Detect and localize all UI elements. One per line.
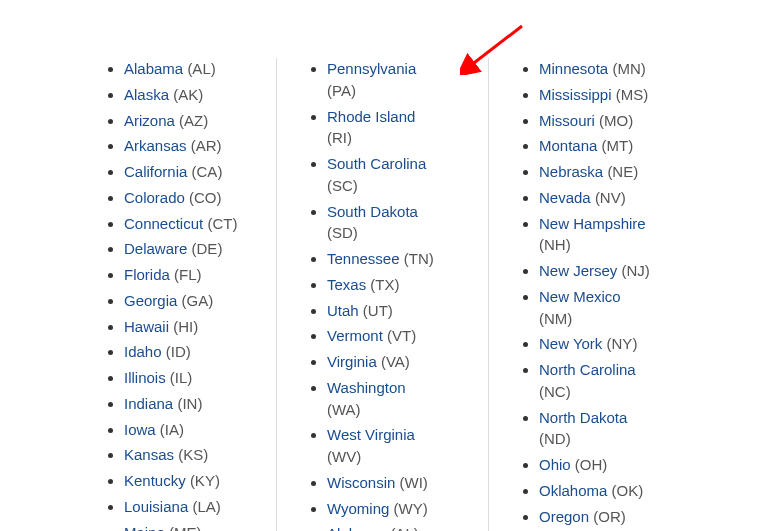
state-abbr: (VA) — [381, 353, 410, 370]
list-item: Pennsylvania(PA) — [327, 58, 478, 102]
state-abbr: (HI) — [173, 318, 198, 335]
list-item: Alabama (AL) — [327, 523, 478, 531]
state-link[interactable]: California — [124, 163, 187, 180]
state-link[interactable]: Montana — [539, 137, 597, 154]
state-link[interactable]: Rhode Island — [327, 108, 415, 125]
state-abbr: (OR) — [593, 508, 626, 525]
list-item: Kentucky (KY) — [124, 470, 266, 492]
state-abbr: (WV) — [327, 448, 361, 465]
state-link[interactable]: North Carolina — [539, 361, 636, 378]
state-link[interactable]: Idaho — [124, 343, 162, 360]
state-link[interactable]: Arkansas — [124, 137, 187, 154]
list-item: Wisconsin (WI) — [327, 472, 478, 494]
list-item: Indiana (IN) — [124, 393, 266, 415]
list-item: California (CA) — [124, 161, 266, 183]
state-link[interactable]: Nebraska — [539, 163, 603, 180]
state-abbr: (PA) — [327, 82, 356, 99]
state-abbr: (RI) — [327, 129, 352, 146]
state-link[interactable]: Alaska — [124, 86, 169, 103]
list-item: South Carolina(SC) — [327, 153, 478, 197]
list-item: Tennessee (TN) — [327, 248, 478, 270]
state-abbr: (SD) — [327, 224, 358, 241]
state-list-3: Minnesota (MN)Mississippi (MS)Missouri (… — [497, 58, 688, 531]
state-link[interactable]: Pennsylvania — [327, 60, 416, 77]
list-item: Hawaii (HI) — [124, 316, 266, 338]
list-item: Connecticut (CT) — [124, 213, 266, 235]
list-item: Delaware (DE) — [124, 238, 266, 260]
state-abbr: (CA) — [192, 163, 223, 180]
state-link[interactable]: Connecticut — [124, 215, 203, 232]
state-abbr: (NE) — [607, 163, 638, 180]
state-link[interactable]: Kentucky — [124, 472, 186, 489]
state-link[interactable]: Missouri — [539, 112, 595, 129]
state-link[interactable]: Oregon — [539, 508, 589, 525]
state-abbr: (NC) — [539, 383, 571, 400]
state-link[interactable]: West Virginia — [327, 426, 415, 443]
state-abbr: (NJ) — [622, 262, 650, 279]
state-link[interactable]: Florida — [124, 266, 170, 283]
state-link[interactable]: Utah — [327, 302, 359, 319]
state-link[interactable]: Alabama — [124, 60, 183, 77]
list-item: North Dakota(ND) — [539, 407, 688, 451]
state-link[interactable]: Indiana — [124, 395, 173, 412]
state-link[interactable]: North Dakota — [539, 409, 627, 426]
state-abbr: (KY) — [190, 472, 220, 489]
state-link[interactable]: Colorado — [124, 189, 185, 206]
state-abbr: (DE) — [192, 240, 223, 257]
state-column-1: Alabama (AL)Alaska (AK)Arizona (AZ)Arkan… — [0, 58, 276, 531]
list-item: Minnesota (MN) — [539, 58, 688, 80]
list-item: Virginia (VA) — [327, 351, 478, 373]
state-link[interactable]: South Carolina — [327, 155, 426, 172]
state-link[interactable]: Texas — [327, 276, 366, 293]
state-abbr: (CT) — [207, 215, 237, 232]
state-link[interactable]: New Hampshire — [539, 215, 646, 232]
state-column-3: Minnesota (MN)Mississippi (MS)Missouri (… — [488, 58, 698, 531]
state-abbr: (FL) — [174, 266, 202, 283]
list-item: West Virginia(WV) — [327, 424, 478, 468]
state-link[interactable]: Louisiana — [124, 498, 188, 515]
list-item: North Carolina(NC) — [539, 359, 688, 403]
list-item: Alaska (AK) — [124, 84, 266, 106]
list-item: Colorado (CO) — [124, 187, 266, 209]
state-link[interactable]: Delaware — [124, 240, 187, 257]
state-link[interactable]: Washington — [327, 379, 406, 396]
state-link[interactable]: Iowa — [124, 421, 156, 438]
list-item: Georgia (GA) — [124, 290, 266, 312]
list-item: Iowa (IA) — [124, 419, 266, 441]
state-link[interactable]: Virginia — [327, 353, 377, 370]
state-link[interactable]: Ohio — [539, 456, 571, 473]
state-link[interactable]: New Mexico — [539, 288, 621, 305]
state-abbr: (AR) — [191, 137, 222, 154]
state-link[interactable]: New York — [539, 335, 602, 352]
state-abbr: (IA) — [160, 421, 184, 438]
list-item: Rhode Island(RI) — [327, 106, 478, 150]
state-link[interactable]: Mississippi — [539, 86, 612, 103]
state-link[interactable]: Kansas — [124, 446, 174, 463]
list-item: Maine (ME) — [124, 522, 266, 532]
list-item: Utah (UT) — [327, 300, 478, 322]
state-link[interactable]: Wisconsin — [327, 474, 395, 491]
state-link[interactable]: Wyoming — [327, 500, 389, 517]
state-link[interactable]: Hawaii — [124, 318, 169, 335]
state-abbr: (NH) — [539, 236, 571, 253]
list-item: Washington(WA) — [327, 377, 478, 421]
state-link[interactable]: Oklahoma — [539, 482, 607, 499]
state-link[interactable]: New Jersey — [539, 262, 617, 279]
state-abbr: (VT) — [387, 327, 416, 344]
list-item: Ohio (OH) — [539, 454, 688, 476]
state-link[interactable]: South Dakota — [327, 203, 418, 220]
state-link[interactable]: Arizona — [124, 112, 175, 129]
state-link[interactable]: Georgia — [124, 292, 177, 309]
state-link[interactable]: Nevada — [539, 189, 591, 206]
state-link[interactable]: Tennessee — [327, 250, 400, 267]
state-column-2: Pennsylvania(PA)Rhode Island(RI)South Ca… — [276, 58, 488, 531]
state-link[interactable]: Alabama — [327, 525, 386, 531]
state-link[interactable]: Minnesota — [539, 60, 608, 77]
state-abbr: (WI) — [400, 474, 428, 491]
state-link[interactable]: Vermont — [327, 327, 383, 344]
state-link[interactable]: Illinois — [124, 369, 166, 386]
state-link[interactable]: Maine — [124, 524, 165, 532]
state-abbr: (NY) — [607, 335, 638, 352]
list-item: Nevada (NV) — [539, 187, 688, 209]
list-item: Texas (TX) — [327, 274, 478, 296]
